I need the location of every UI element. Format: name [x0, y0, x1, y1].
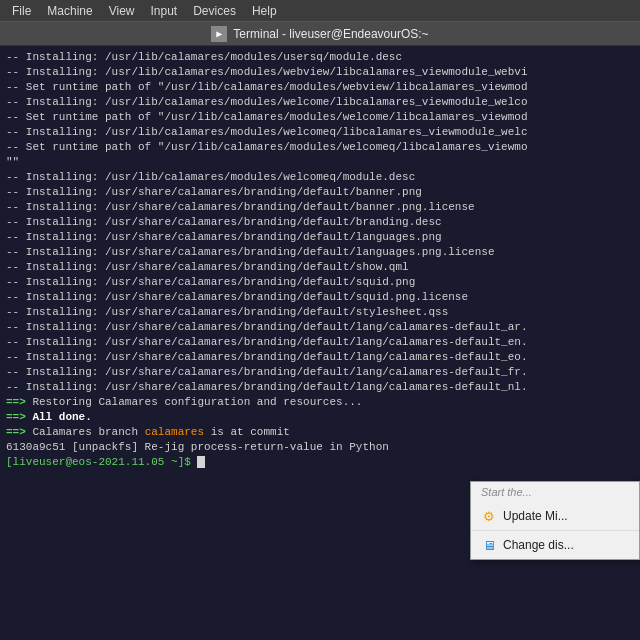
- term-line: -- Installing: /usr/share/calamares/bran…: [6, 200, 634, 215]
- window-title: Terminal - liveuser@EndeavourOS:~: [233, 27, 428, 41]
- term-line: -- Installing: /usr/share/calamares/bran…: [6, 335, 634, 350]
- gear-icon: ⚙: [481, 508, 497, 524]
- menu-item-help[interactable]: Help: [244, 2, 285, 20]
- term-line: -- Installing: /usr/share/calamares/bran…: [6, 275, 634, 290]
- branch-line: ==> Calamares branch calamares is at com…: [6, 425, 634, 440]
- context-popup: Start the... ⚙ Update Mi... 🖥 Change dis…: [470, 481, 640, 560]
- title-bar: ▶ Terminal - liveuser@EndeavourOS:~: [0, 22, 640, 46]
- terminal-icon: ▶: [211, 26, 227, 42]
- terminal-body: -- Installing: /usr/lib/calamares/module…: [0, 46, 640, 640]
- term-line: -- Installing: /usr/share/calamares/bran…: [6, 380, 634, 395]
- popup-item-update-label: Update Mi...: [503, 509, 568, 523]
- term-line: -- Installing: /usr/lib/calamares/module…: [6, 65, 634, 80]
- popup-item-change-display-label: Change dis...: [503, 538, 574, 552]
- term-line: -- Installing: /usr/lib/calamares/module…: [6, 125, 634, 140]
- popup-item-update[interactable]: ⚙ Update Mi...: [471, 502, 639, 531]
- display-icon: 🖥: [481, 537, 497, 553]
- term-line: -- Installing: /usr/share/calamares/bran…: [6, 305, 634, 320]
- menu-item-view[interactable]: View: [101, 2, 143, 20]
- term-line: -- Installing: /usr/share/calamares/bran…: [6, 260, 634, 275]
- term-line: -- Installing: /usr/lib/calamares/module…: [6, 50, 634, 65]
- menu-bar: FileMachineViewInputDevicesHelp: [0, 0, 640, 22]
- term-line: -- Installing: /usr/lib/calamares/module…: [6, 170, 634, 185]
- term-line: -- Set runtime path of "/usr/lib/calamar…: [6, 80, 634, 95]
- popup-header-text: Start the...: [471, 482, 639, 502]
- prompt-line: [liveuser@eos-2021.11.05 ~]$: [6, 455, 634, 470]
- commit-line: 6130a9c51 [unpackfs] Re-jig process-retu…: [6, 440, 634, 455]
- term-line: -- Set runtime path of "/usr/lib/calamar…: [6, 140, 634, 155]
- term-line: -- Installing: /usr/share/calamares/bran…: [6, 365, 634, 380]
- all-done-line: ==> All done.: [6, 410, 634, 425]
- menu-item-input[interactable]: Input: [143, 2, 186, 20]
- term-line: -- Installing: /usr/share/calamares/bran…: [6, 350, 634, 365]
- term-line: -- Installing: /usr/share/calamares/bran…: [6, 185, 634, 200]
- term-line: -- Installing: /usr/share/calamares/bran…: [6, 290, 634, 305]
- term-line: "": [6, 155, 634, 170]
- menu-item-file[interactable]: File: [4, 2, 39, 20]
- menu-item-machine[interactable]: Machine: [39, 2, 100, 20]
- term-line: -- Installing: /usr/lib/calamares/module…: [6, 95, 634, 110]
- term-line: -- Installing: /usr/share/calamares/bran…: [6, 320, 634, 335]
- term-line: -- Installing: /usr/share/calamares/bran…: [6, 230, 634, 245]
- term-line: -- Set runtime path of "/usr/lib/calamar…: [6, 110, 634, 125]
- term-line: -- Installing: /usr/share/calamares/bran…: [6, 215, 634, 230]
- restoring-line: ==> Restoring Calamares configuration an…: [6, 395, 634, 410]
- term-line: -- Installing: /usr/share/calamares/bran…: [6, 245, 634, 260]
- popup-item-change-display[interactable]: 🖥 Change dis...: [471, 531, 639, 559]
- menu-item-devices[interactable]: Devices: [185, 2, 244, 20]
